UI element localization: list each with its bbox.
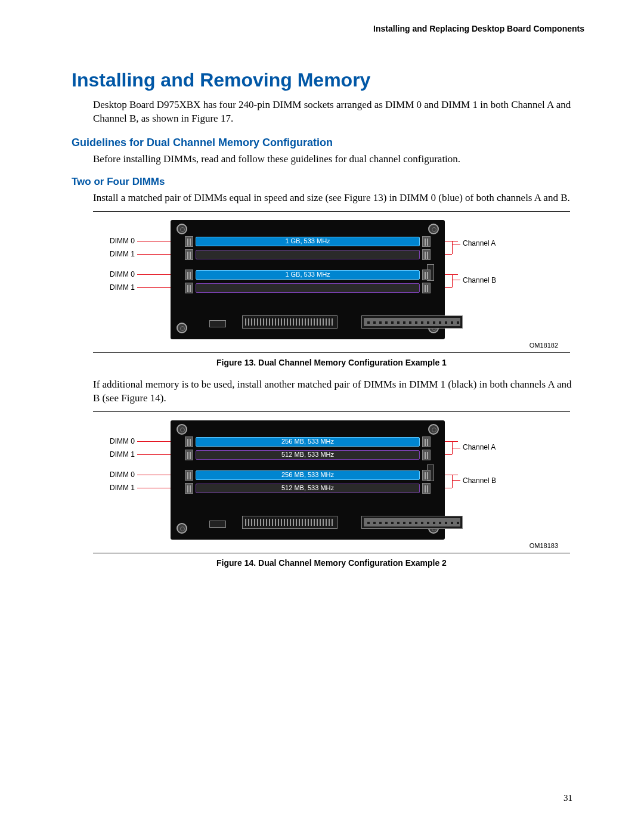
figure-caption: Figure 13. Dual Channel Memory Configura… — [93, 358, 570, 367]
connector-row — [242, 516, 421, 531]
dimm-slot — [188, 283, 427, 293]
board-pcb: 1 GB, 533 MHz 1 GB, 533 MHz — [171, 220, 445, 339]
dimm-label: DIMM 1 — [105, 484, 135, 492]
page: Installing and Replacing Desktop Board C… — [0, 0, 644, 833]
connector-icon — [361, 315, 463, 329]
figure-rule-bottom — [93, 553, 570, 553]
dimm-label: DIMM 0 — [105, 470, 135, 479]
dimm-slot: 256 MB, 533 MHz — [188, 470, 427, 480]
page-number: 31 — [564, 793, 572, 803]
connector-icon — [209, 521, 226, 528]
dimm-label: DIMM 0 — [105, 237, 135, 245]
dimm-text: 256 MB, 533 MHz — [188, 471, 427, 478]
guidelines-paragraph: Before installing DIMMs, read and follow… — [93, 153, 572, 166]
connector-icon — [242, 315, 338, 329]
screw-icon — [177, 424, 187, 435]
dimm-text: 512 MB, 533 MHz — [188, 484, 427, 491]
dimm-slot — [188, 250, 427, 259]
figure-14: DIMM 0 DIMM 1 DIMM 0 DIMM 1 Channel A Ch… — [93, 411, 570, 568]
figure-13: DIMM 0 DIMM 1 DIMM 0 DIMM 1 Channel A Ch… — [93, 211, 570, 367]
dimm-slot: 512 MB, 533 MHz — [188, 484, 427, 493]
channel-label: Channel A — [463, 443, 510, 451]
dimm-text: 1 GB, 533 MHz — [188, 271, 427, 278]
section-heading-two-or-four: Two or Four DIMMs — [72, 176, 572, 188]
board-diagram-1: DIMM 0 DIMM 1 DIMM 0 DIMM 1 Channel A Ch… — [105, 220, 558, 339]
screw-icon — [177, 323, 187, 333]
dimm-slot: 256 MB, 533 MHz — [188, 437, 427, 447]
dimm-label: DIMM 1 — [105, 283, 135, 292]
channel-label: Channel B — [463, 476, 510, 485]
channel-label: Channel B — [463, 276, 510, 284]
figure-rule-bottom — [93, 352, 570, 353]
screw-icon — [177, 523, 187, 534]
board-pcb: 256 MB, 533 MHz 512 MB, 533 MHz 256 MB, … — [171, 420, 445, 540]
diagram-id: OM18183 — [93, 542, 558, 549]
dimm-label: DIMM 0 — [105, 437, 135, 445]
two-or-four-paragraph-1: Install a matched pair of DIMMs equal in… — [93, 191, 572, 205]
dimm-slot: 1 GB, 533 MHz — [188, 270, 427, 280]
connector-icon — [242, 516, 338, 529]
figure-caption: Figure 14. Dual Channel Memory Configura… — [93, 558, 570, 568]
dimm-text: 256 MB, 533 MHz — [188, 438, 427, 445]
two-or-four-paragraph-2: If additional memory is to be used, inst… — [93, 378, 572, 405]
running-header: Installing and Replacing Desktop Board C… — [72, 24, 584, 33]
connector-row — [242, 315, 421, 331]
screw-icon — [428, 424, 439, 435]
channel-label: Channel A — [463, 239, 510, 247]
dimm-label: DIMM 0 — [105, 270, 135, 278]
connector-icon — [209, 320, 226, 327]
dimm-label: DIMM 1 — [105, 450, 135, 459]
section-heading-guidelines: Guidelines for Dual Channel Memory Confi… — [72, 137, 572, 149]
dimm-text: 1 GB, 533 MHz — [188, 237, 427, 244]
figure-rule-top — [93, 411, 570, 412]
dimm-text: 512 MB, 533 MHz — [188, 451, 427, 458]
dimm-slot: 512 MB, 533 MHz — [188, 450, 427, 460]
intro-paragraph: Desktop Board D975XBX has four 240-pin D… — [93, 98, 572, 126]
connector-icon — [361, 516, 463, 529]
figure-rule-top — [93, 211, 570, 212]
dimm-slot: 1 GB, 533 MHz — [188, 237, 427, 246]
page-title: Installing and Removing Memory — [72, 69, 572, 91]
dimm-label: DIMM 1 — [105, 250, 135, 258]
board-diagram-2: DIMM 0 DIMM 1 DIMM 0 DIMM 1 Channel A Ch… — [105, 420, 558, 540]
diagram-id: OM18182 — [93, 342, 558, 349]
screw-icon — [177, 224, 187, 234]
screw-icon — [428, 224, 439, 234]
